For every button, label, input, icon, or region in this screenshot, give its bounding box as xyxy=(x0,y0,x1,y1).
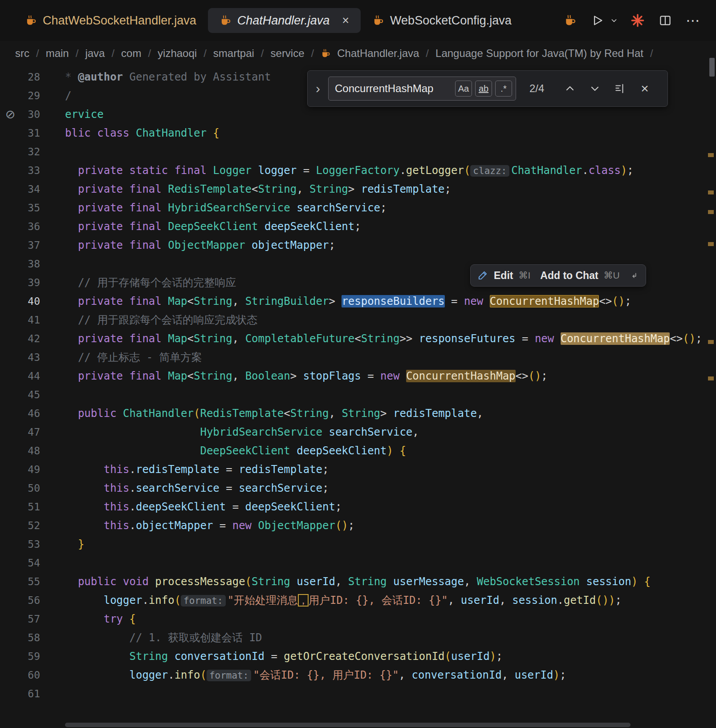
code-line[interactable]: 40 private final Map<String, StringBuild… xyxy=(0,292,716,311)
code-line[interactable]: 45 xyxy=(0,385,716,404)
code-text: this.redisTemplate = redisTemplate; xyxy=(65,460,329,479)
breadcrumb-item[interactable]: main xyxy=(46,47,69,60)
code-line[interactable]: 61 xyxy=(0,684,716,703)
gutter: 35 xyxy=(0,198,65,217)
run-button[interactable] xyxy=(590,12,606,28)
close-find-button[interactable]: × xyxy=(635,79,654,98)
gutter: 44 xyxy=(0,367,65,385)
line-number: 28 xyxy=(28,68,40,86)
line-number: 58 xyxy=(28,628,40,647)
gutter: 53 xyxy=(0,535,65,554)
code-text: / xyxy=(65,86,71,105)
code-line[interactable]: 54 xyxy=(0,554,716,572)
toggle-replace-icon[interactable]: › xyxy=(314,82,322,95)
code-line[interactable]: 36 private final DeepSeekClient deepSeek… xyxy=(0,217,716,236)
breadcrumb-item[interactable]: java xyxy=(85,47,105,60)
code-line[interactable]: 58 // 1. 获取或创建会话 ID xyxy=(0,628,716,647)
line-number: 61 xyxy=(28,684,40,703)
more-actions-button[interactable]: ⋯ xyxy=(685,12,701,28)
code-line[interactable]: 35 private final HybridSearchService sea… xyxy=(0,198,716,217)
gutter: 38 xyxy=(0,255,65,273)
insert-corner-icon[interactable] xyxy=(630,271,639,280)
code-line[interactable]: 42 private final Map<String, Completable… xyxy=(0,329,716,348)
code-line[interactable]: 41 // 用于跟踪每个会话的响应完成状态 xyxy=(0,311,716,329)
gutter: 32 xyxy=(0,142,65,161)
line-number: 30 xyxy=(28,105,40,124)
code-line[interactable]: 44 private final Map<String, Boolean> st… xyxy=(0,367,716,385)
find-match-ruler-mark xyxy=(708,210,714,214)
line-number: 47 xyxy=(28,423,40,441)
code-line[interactable]: 57 try { xyxy=(0,610,716,628)
line-number: 31 xyxy=(28,124,40,142)
code-line[interactable]: 48 DeepSeekClient deepSeekClient) { xyxy=(0,441,716,460)
gutter: 43 xyxy=(0,348,65,367)
edit-button[interactable]: Edit xyxy=(494,270,513,282)
add-to-chat-button[interactable]: Add to Chat xyxy=(540,270,598,282)
horizontal-scrollbar-thumb[interactable] xyxy=(65,723,631,727)
code-line[interactable]: 55 public void processMessage(String use… xyxy=(0,572,716,591)
breadcrumb-item[interactable]: com xyxy=(121,47,141,60)
breadcrumb-separator: / xyxy=(261,47,264,60)
tab-chatwebsockethandler[interactable]: ChatWebSocketHandler.java xyxy=(13,8,208,33)
line-number: 34 xyxy=(28,180,40,198)
code-text: } xyxy=(65,535,84,554)
code-line[interactable]: 33 private static final Logger logger = … xyxy=(0,161,716,180)
breadcrumb-item[interactable]: smartpai xyxy=(213,47,254,60)
match-case-toggle[interactable]: Aa xyxy=(455,81,472,97)
gutter: ⊘30 xyxy=(0,105,65,124)
line-number: 49 xyxy=(28,460,40,479)
cursor-ai-icon[interactable] xyxy=(630,12,646,28)
code-line[interactable]: 34 private final RedisTemplate<String, S… xyxy=(0,180,716,198)
code-text: private final ObjectMapper objectMapper; xyxy=(65,236,335,255)
breadcrumb-item-file[interactable]: ChatHandler.java xyxy=(337,47,419,60)
split-editor-button[interactable] xyxy=(657,12,673,28)
line-number: 33 xyxy=(28,161,40,180)
code-text: // 停止标志 - 简单方案 xyxy=(65,348,202,367)
code-line[interactable]: 56 logger.info(format:"开始处理消息，用户ID: {}, … xyxy=(0,591,716,610)
vertical-scrollbar-thumb[interactable] xyxy=(709,58,715,77)
tab-websocketconfig[interactable]: WebSocketConfig.java xyxy=(361,8,523,33)
code-text: private final Map<String, StringBuilder>… xyxy=(65,292,631,311)
close-tab-icon[interactable]: × xyxy=(342,14,349,28)
breadcrumb-item[interactable]: yizhaoqi xyxy=(158,47,197,60)
previous-match-button[interactable] xyxy=(561,79,579,98)
code-line[interactable]: 59 String conversationId = getOrCreateCo… xyxy=(0,647,716,666)
code-editor[interactable]: 28* @author Generated by Assistant29/⊘30… xyxy=(0,66,716,728)
code-text: ervice xyxy=(65,105,104,124)
code-line[interactable]: 37 private final ObjectMapper objectMapp… xyxy=(0,236,716,255)
gutter: 28 xyxy=(0,68,65,86)
add-to-chat-shortcut: ⌘U xyxy=(604,270,620,281)
code-line[interactable]: 53 } xyxy=(0,535,716,554)
tab-chathandler[interactable]: ChatHandler.java × xyxy=(208,8,361,33)
breadcrumb-separator: / xyxy=(148,47,151,60)
code-line[interactable]: 52 this.objectMapper = new ObjectMapper(… xyxy=(0,516,716,535)
code-line[interactable]: 46 public ChatHandler(RedisTemplate<Stri… xyxy=(0,404,716,423)
gutter: 59 xyxy=(0,647,65,666)
code-line[interactable]: 60 logger.info(format:"会话ID: {}, 用户ID: {… xyxy=(0,666,716,684)
java-icon[interactable] xyxy=(562,12,578,28)
find-in-selection-button[interactable] xyxy=(610,79,629,98)
gutter: 55 xyxy=(0,572,65,591)
breadcrumb-separator: / xyxy=(36,47,39,60)
code-line[interactable]: 50 this.searchService = searchService; xyxy=(0,479,716,497)
code-line[interactable]: 51 this.deepSeekClient = deepSeekClient; xyxy=(0,497,716,516)
code-line[interactable]: 49 this.redisTemplate = redisTemplate; xyxy=(0,460,716,479)
find-match-ruler-mark xyxy=(708,242,714,246)
code-line[interactable]: 32 xyxy=(0,142,716,161)
find-input[interactable] xyxy=(334,82,455,95)
code-line[interactable]: 31blic class ChatHandler { xyxy=(0,124,716,142)
code-line[interactable]: 43 // 停止标志 - 简单方案 xyxy=(0,348,716,367)
gutter: 57 xyxy=(0,610,65,628)
breadcrumb-item[interactable]: src xyxy=(15,47,29,60)
find-match-ruler-mark xyxy=(708,340,714,344)
run-dropdown-icon[interactable] xyxy=(610,12,618,28)
regex-toggle[interactable]: .* xyxy=(495,81,512,97)
breadcrumb-item[interactable]: service xyxy=(271,47,305,60)
code-line[interactable]: 47 HybridSearchService searchService, xyxy=(0,423,716,441)
tab-label: WebSocketConfig.java xyxy=(390,14,512,28)
next-match-button[interactable] xyxy=(586,79,604,98)
line-number: 40 xyxy=(28,292,40,311)
breadcrumb-item-symbol[interactable]: Language Support for Java(TM) by Red Hat xyxy=(435,47,643,60)
code-line[interactable]: ⊘30ervice xyxy=(0,105,716,124)
whole-word-toggle[interactable]: ab xyxy=(475,81,492,97)
